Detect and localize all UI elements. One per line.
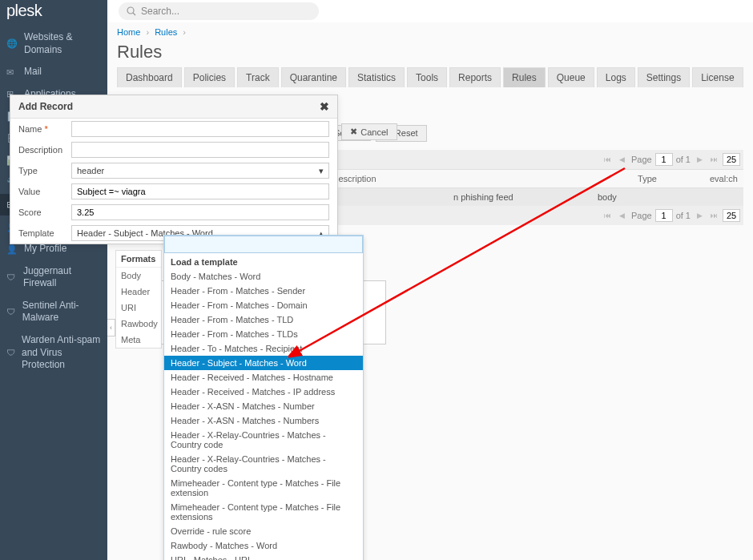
pager-next[interactable]: ▶ [694, 210, 705, 221]
template-option[interactable]: URI - Matches - URL [164, 553, 363, 560]
nav-icon: 🛡 [6, 272, 17, 283]
brand-logo: plesk [0, 0, 107, 26]
name-label: Name * [18, 124, 66, 134]
nav-icon: 🌐 [6, 38, 18, 49]
template-option[interactable]: Header - Received - Matches - IP address [164, 385, 363, 399]
breadcrumb: Home › Rules › [107, 22, 753, 42]
tab-queue[interactable]: Queue [548, 67, 594, 87]
template-option[interactable]: Mimeheader - Content type - Matches - Fi… [164, 476, 363, 500]
page-title: Rules [107, 42, 753, 67]
tab-track[interactable]: Track [237, 67, 279, 87]
pager-of: of 1 [676, 155, 691, 164]
format-item-rawbody[interactable]: Rawbody [116, 316, 161, 332]
modal-title: Add Record [18, 101, 73, 112]
template-option[interactable]: Header - From - Matches - TLDs [164, 327, 363, 341]
template-option[interactable]: Mimeheader - Content type - Matches - Fi… [164, 500, 363, 524]
tab-dashboard[interactable]: Dashboard [117, 67, 182, 87]
template-option[interactable]: Rawbody - Matches - Word [164, 538, 363, 553]
template-option[interactable]: Header - From - Matches - TLD [164, 312, 363, 327]
col-eval[interactable]: eval:ch [703, 170, 743, 187]
tab-settings[interactable]: Settings [638, 67, 690, 87]
pager-label: Page [631, 211, 652, 220]
sidebar-collapse-handle[interactable]: ‹ [107, 319, 115, 336]
tabs: DashboardPoliciesTrackQuarantineStatisti… [107, 67, 753, 87]
tab-logs[interactable]: Logs [597, 67, 635, 87]
name-input[interactable] [71, 121, 329, 137]
template-dropdown: Load a template Body - Matches - WordHea… [163, 235, 364, 560]
pager-page-input[interactable] [655, 153, 673, 166]
cell-type: body [591, 188, 703, 206]
global-search[interactable]: Search... [119, 2, 319, 20]
sidebar-item-label: Juggernaut Firewall [23, 265, 101, 290]
tab-rules[interactable]: Rules [503, 67, 546, 87]
template-option[interactable]: Override - rule score [164, 524, 363, 538]
format-item-meta[interactable]: Meta [116, 332, 161, 348]
format-item-body[interactable]: Body [116, 268, 161, 284]
sidebar-item-warden-anti-spam-and-virus-protection[interactable]: 🛡Warden Anti-spam and Virus Protection [0, 329, 107, 377]
template-option[interactable]: Header - X-ASN - Matches - Number [164, 399, 363, 413]
template-search-input[interactable] [164, 236, 363, 253]
formats-panel: Formats BodyHeaderURIRawbodyMeta [115, 250, 162, 348]
score-input[interactable] [71, 204, 329, 220]
template-option[interactable]: Body - Matches - Word [164, 269, 363, 284]
formats-title: Formats [116, 251, 161, 268]
template-label: Template [18, 228, 66, 238]
search-icon [127, 6, 136, 16]
template-group-header: Load a template [164, 253, 363, 269]
tab-reports[interactable]: Reports [449, 67, 501, 87]
sidebar-item-mail[interactable]: ✉Mail [0, 61, 107, 83]
pager-perpage-input[interactable] [723, 153, 740, 166]
template-option[interactable]: Header - Received - Matches - Hostname [164, 370, 363, 385]
svg-line-1 [133, 13, 135, 15]
nav-icon: 🛡 [6, 347, 15, 358]
pager-last[interactable]: ⏭ [708, 154, 719, 165]
sidebar-item-label: My Profile [24, 243, 66, 256]
sidebar-item-label: Websites & Domains [24, 31, 101, 56]
topbar: Search... [107, 0, 753, 22]
cancel-button[interactable]: ✖ Cancel [341, 123, 397, 140]
sidebar-item-websites-domains[interactable]: 🌐Websites & Domains [0, 26, 107, 61]
tab-quarantine[interactable]: Quarantine [281, 67, 346, 87]
format-item-header[interactable]: Header [116, 284, 161, 300]
nav-icon: ✉ [6, 66, 18, 78]
tab-license[interactable]: License [692, 67, 743, 87]
tab-policies[interactable]: Policies [184, 67, 235, 87]
description-input[interactable] [71, 142, 329, 158]
pager-perpage-input[interactable] [723, 209, 740, 222]
chevron-right-icon: › [146, 27, 149, 37]
sidebar-item-juggernaut-firewall[interactable]: 🛡Juggernaut Firewall [0, 260, 107, 295]
close-icon: ✖ [350, 127, 357, 137]
template-option[interactable]: Header - X-ASN - Matches - Numbers [164, 413, 363, 428]
crumb-rules[interactable]: Rules [155, 27, 177, 37]
close-icon[interactable]: ✖ [320, 100, 329, 113]
add-record-modal: Add Record ✖ Name * Description Type hea… [10, 95, 338, 244]
template-option[interactable]: Header - From - Matches - Domain [164, 298, 363, 312]
tab-statistics[interactable]: Statistics [348, 67, 405, 87]
pager-of: of 1 [676, 211, 691, 220]
template-option[interactable]: Header - Subject - Matches - Word [164, 356, 363, 370]
crumb-home[interactable]: Home [117, 27, 140, 37]
template-option[interactable]: Header - X-Relay-Countries - Matches - C… [164, 428, 363, 452]
col-type[interactable]: Type [591, 170, 703, 187]
pager-first[interactable]: ⏮ [602, 154, 614, 165]
tab-tools[interactable]: Tools [407, 67, 447, 87]
template-option[interactable]: Header - X-Relay-Countries - Matches - C… [164, 452, 363, 476]
sidebar-item-sentinel-anti-malware[interactable]: 🛡Sentinel Anti-Malware [0, 295, 107, 329]
pager-page-input[interactable] [655, 209, 673, 222]
sidebar: plesk 🌐Websites & Domains✉Mail⊞Applicati… [0, 0, 107, 560]
format-item-uri[interactable]: URI [116, 300, 161, 316]
cell-eval [703, 188, 743, 206]
nav-icon: 👤 [6, 244, 18, 255]
type-select[interactable]: header ▾ [71, 163, 329, 179]
pager-first[interactable]: ⏮ [602, 210, 614, 221]
value-input[interactable] [71, 183, 329, 199]
pager-label: Page [631, 155, 652, 164]
template-option[interactable]: Header - From - Matches - Sender [164, 284, 363, 298]
pager-next[interactable]: ▶ [694, 154, 705, 165]
pager-prev[interactable]: ◀ [617, 154, 628, 165]
pager-prev[interactable]: ◀ [617, 210, 628, 221]
type-label: Type [18, 166, 66, 175]
pager-last[interactable]: ⏭ [708, 210, 719, 221]
template-option[interactable]: Header - To - Matches - Recipient [164, 341, 363, 356]
sidebar-item-label: Warden Anti-spam and Virus Protection [22, 334, 101, 372]
